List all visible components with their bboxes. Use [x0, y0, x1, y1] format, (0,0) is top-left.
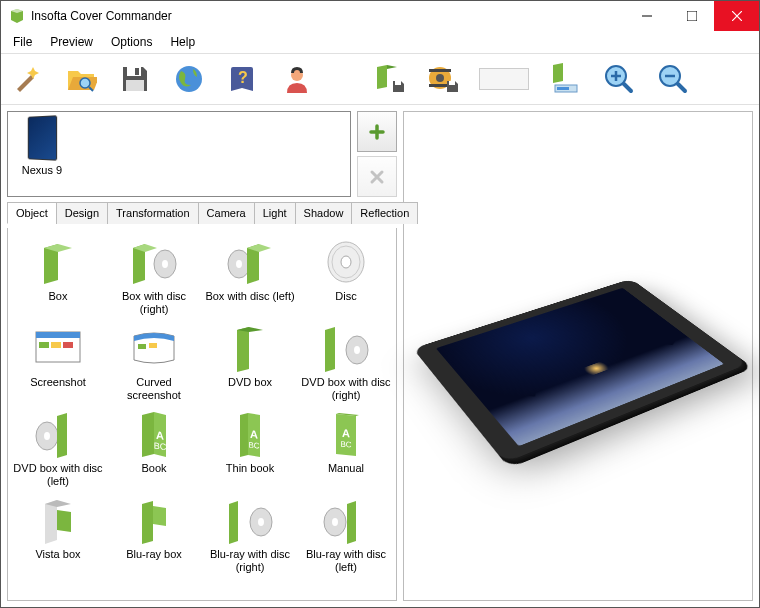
svg-rect-31 [149, 343, 157, 348]
menu-options[interactable]: Options [103, 33, 160, 51]
tab-design[interactable]: Design [56, 202, 108, 224]
svg-point-35 [44, 432, 50, 440]
svg-rect-3 [135, 68, 139, 75]
web-button[interactable] [171, 61, 207, 97]
svg-text:BC: BC [340, 440, 351, 450]
object-gallery[interactable]: Box Box with disc (right) Box with disc … [8, 228, 396, 600]
toolbar: ? [1, 53, 759, 105]
svg-point-43 [258, 518, 264, 526]
gallery-label: DVD box with disc (left) [10, 462, 106, 488]
svg-text:A: A [342, 427, 350, 440]
svg-rect-13 [449, 81, 455, 85]
gallery-label: Screenshot [10, 376, 106, 402]
svg-text:BC: BC [248, 441, 259, 451]
svg-text:BC: BC [154, 441, 167, 453]
gallery-label: Manual [298, 462, 394, 488]
tab-object[interactable]: Object [7, 202, 57, 224]
app-icon [9, 8, 25, 24]
tab-camera[interactable]: Camera [198, 202, 255, 224]
menu-help[interactable]: Help [162, 33, 203, 51]
gallery-item-thin-book[interactable]: ABC Thin book [202, 406, 298, 490]
gallery-item-disc[interactable]: Disc [298, 234, 394, 318]
gallery-item-manual[interactable]: ABC Manual [298, 406, 394, 490]
window-title: Insofta Cover Commander [31, 9, 624, 23]
svg-rect-29 [63, 342, 73, 348]
svg-point-10 [436, 74, 444, 82]
gallery-item-screenshot[interactable]: Screenshot [10, 320, 106, 404]
tab-transformation[interactable]: Transformation [107, 202, 199, 224]
svg-point-33 [354, 346, 360, 354]
gallery-label: Disc [298, 290, 394, 316]
menubar: File Preview Options Help [1, 31, 759, 53]
menu-file[interactable]: File [5, 33, 40, 51]
svg-rect-28 [51, 342, 61, 348]
gallery-item-bluray-box[interactable]: Blu-ray box [106, 492, 202, 576]
svg-text:A: A [250, 428, 258, 441]
gallery-label: Box with disc (left) [202, 290, 298, 316]
svg-point-45 [332, 518, 338, 526]
svg-rect-30 [138, 344, 146, 349]
zoom-in-button[interactable] [601, 61, 637, 97]
tab-shadow[interactable]: Shadow [295, 202, 353, 224]
minimize-button[interactable] [624, 1, 669, 31]
gallery-item-book[interactable]: ABC Book [106, 406, 202, 490]
menu-preview[interactable]: Preview [42, 33, 101, 51]
scene-item-label: Nexus 9 [12, 164, 72, 176]
gallery-item-box[interactable]: Box [10, 234, 106, 318]
maximize-button[interactable] [669, 1, 714, 31]
help-button[interactable]: ? [225, 61, 261, 97]
property-tabs: Object Design Transformation Camera Ligh… [7, 201, 397, 224]
wizard-button[interactable] [9, 61, 45, 97]
size-field[interactable] [479, 68, 529, 90]
gallery-label: Box with disc (right) [106, 290, 202, 316]
svg-rect-26 [36, 332, 80, 338]
batch-button[interactable] [547, 61, 583, 97]
gallery-item-curved-screenshot[interactable]: Curved screenshot [106, 320, 202, 404]
gallery-label: Box [10, 290, 106, 316]
gallery-label: Blu-ray box [106, 548, 202, 574]
support-button[interactable] [279, 61, 315, 97]
gallery-label: Book [106, 462, 202, 488]
svg-rect-27 [39, 342, 49, 348]
scene-thumb-icon [28, 115, 57, 160]
svg-rect-4 [126, 80, 144, 91]
gallery-label: Vista box [10, 548, 106, 574]
preview-object [413, 279, 748, 463]
svg-rect-0 [687, 11, 697, 21]
gallery-item-bluray-disc-right[interactable]: Blu-ray with disc (right) [202, 492, 298, 576]
gallery-label: Curved screenshot [106, 376, 202, 402]
svg-point-24 [341, 256, 351, 268]
gallery-label: Blu-ray with disc (left) [298, 548, 394, 574]
gallery-item-dvd-box-disc-left[interactable]: DVD box with disc (left) [10, 406, 106, 490]
gallery-label: DVD box with disc (right) [298, 376, 394, 402]
gallery-item-vista-box[interactable]: Vista box [10, 492, 106, 576]
tab-reflection[interactable]: Reflection [351, 202, 418, 224]
titlebar: Insofta Cover Commander [1, 1, 759, 31]
open-button[interactable] [63, 61, 99, 97]
save-button[interactable] [117, 61, 153, 97]
tab-light[interactable]: Light [254, 202, 296, 224]
scene-list[interactable]: Nexus 9 [7, 111, 351, 197]
remove-scene-button[interactable] [357, 156, 397, 197]
scene-item[interactable]: Nexus 9 [12, 116, 72, 192]
svg-rect-8 [395, 81, 401, 85]
gallery-item-box-disc-right[interactable]: Box with disc (right) [106, 234, 202, 318]
gallery-item-dvd-box-disc-right[interactable]: DVD box with disc (right) [298, 320, 394, 404]
export-image-button[interactable] [371, 61, 407, 97]
svg-point-21 [236, 260, 242, 268]
gallery-item-dvd-box[interactable]: DVD box [202, 320, 298, 404]
zoom-out-button[interactable] [655, 61, 691, 97]
add-scene-button[interactable] [357, 111, 397, 152]
svg-point-1 [80, 78, 90, 88]
preview-pane[interactable] [403, 111, 753, 601]
close-button[interactable] [714, 1, 759, 31]
svg-rect-11 [429, 69, 451, 72]
gallery-label: Blu-ray with disc (right) [202, 548, 298, 574]
gallery-item-box-disc-left[interactable]: Box with disc (left) [202, 234, 298, 318]
svg-text:?: ? [238, 69, 248, 86]
gallery-label: DVD box [202, 376, 298, 402]
svg-rect-15 [557, 87, 569, 90]
gallery-item-bluray-disc-left[interactable]: Blu-ray with disc (left) [298, 492, 394, 576]
export-animation-button[interactable] [425, 61, 461, 97]
svg-point-19 [162, 260, 168, 268]
